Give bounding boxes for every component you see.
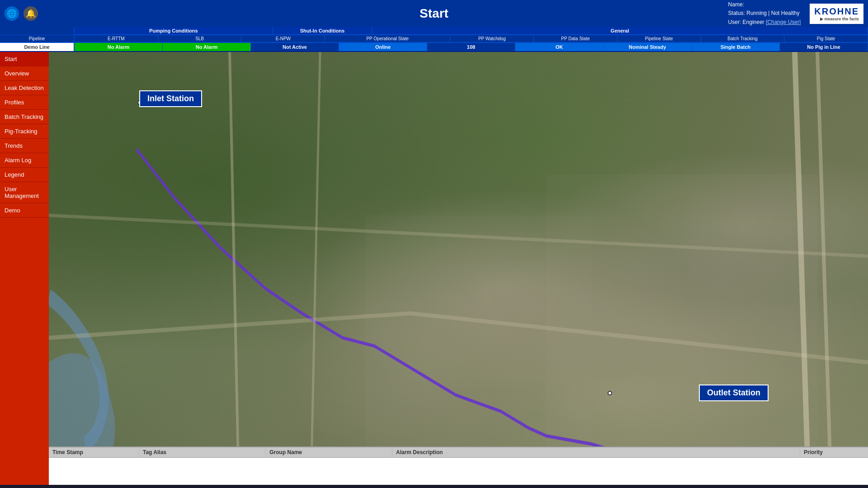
general-header: General: [372, 27, 868, 35]
alarm-body: [49, 458, 868, 485]
outlet-dot: [608, 391, 612, 395]
outlet-station-label[interactable]: Outlet Station: [699, 385, 769, 401]
sidebar-item-batch-tracking[interactable]: Batch Tracking: [0, 110, 49, 124]
main-area: Start Overview Leak Detection Profiles B…: [0, 52, 868, 485]
shutin-conditions-header: Shut-In Conditions: [273, 27, 372, 35]
header-right: Name: Status: Running | Not Healthy User…: [728, 0, 863, 27]
demo-pp-watchdog: 108: [427, 43, 515, 51]
alarm-col-priority: Priority: [800, 447, 868, 457]
pumping-conditions-header: Pumping Conditions: [75, 27, 273, 35]
demo-batch-tracking: Single Batch: [692, 43, 780, 51]
alarm-header: Time Stamp Tag Alias Group Name Alarm De…: [49, 446, 868, 458]
alarm-col-timestamp: Time Stamp: [49, 447, 139, 457]
krohne-tagline: ▶ measure the facts: [820, 17, 859, 21]
globe-icon[interactable]: 🌐: [5, 6, 19, 21]
demo-pig-state: No Pig in Line: [780, 43, 868, 51]
demo-erttm: No Alarm: [75, 43, 163, 51]
pp-data-state-col: PP Data State: [534, 35, 618, 42]
user-label: User: Engineer: [728, 19, 764, 25]
erttm-col: E-RTTM: [75, 35, 158, 42]
bell-icon[interactable]: 🔔: [24, 6, 38, 21]
change-user-link[interactable]: [Change User]: [766, 19, 801, 25]
demo-slb: No Alarm: [163, 43, 251, 51]
sidebar-item-profiles[interactable]: Profiles: [0, 95, 49, 110]
demo-pp-operational: Online: [339, 43, 427, 51]
demo-line-row: Demo Line No Alarm No Alarm Not Active O…: [0, 42, 868, 51]
inlet-station-label[interactable]: Inlet Station: [139, 90, 202, 107]
map-area[interactable]: Inlet Station Outlet Station Google Eart…: [49, 52, 868, 485]
alarm-table: Time Stamp Tag Alias Group Name Alarm De…: [49, 446, 868, 485]
sidebar-item-leak-detection[interactable]: Leak Detection: [0, 81, 49, 95]
demo-pipeline-state: Nominal Steady: [604, 43, 692, 51]
krohne-name: KROHNE: [814, 6, 859, 17]
sidebar-item-alarm-log[interactable]: Alarm Log: [0, 153, 49, 168]
header: 🌐 🔔 Start Name: Status: Running | Not He…: [0, 0, 868, 27]
pipeline-col: Pipeline: [0, 35, 75, 42]
svg-rect-1: [546, 174, 817, 460]
header-info: Name: Status: Running | Not Healthy User…: [728, 0, 801, 27]
demo-line-label: Demo Line: [0, 43, 75, 51]
alarm-col-tagalias: Tag Alias: [139, 447, 266, 457]
sidebar-item-start[interactable]: Start: [0, 52, 49, 66]
sidebar-item-pig-tracking[interactable]: Pig-Tracking: [0, 124, 49, 139]
status-label: Status:: [728, 10, 745, 16]
enpw-col: E-NPW: [241, 35, 325, 42]
batch-tracking-col: Batch Tracking: [701, 35, 785, 42]
sidebar-item-trends[interactable]: Trends: [0, 139, 49, 153]
alarm-col-alarmdesc: Alarm Description: [392, 447, 800, 457]
pig-state-col: Pig State: [784, 35, 868, 42]
sidebar-item-legend[interactable]: Legend: [0, 168, 49, 182]
full-status-bar: Pumping Conditions Shut-In Conditions Ge…: [0, 27, 868, 52]
pipeline-state-col: Pipeline State: [618, 35, 701, 42]
krohne-logo: KROHNE ▶ measure the facts: [810, 4, 863, 24]
demo-pp-data-state: OK: [515, 43, 604, 51]
alarm-col-groupname: Group Name: [266, 447, 392, 457]
header-left: 🌐 🔔: [5, 6, 38, 21]
sidebar-item-user-management[interactable]: User Management: [0, 182, 49, 203]
sidebar: Start Overview Leak Detection Profiles B…: [0, 52, 49, 485]
status-value: Running | Not Healthy: [746, 10, 799, 16]
slb-col: SLB: [158, 35, 242, 42]
map-svg: [49, 52, 868, 485]
page-title: Start: [420, 6, 448, 21]
pp-watchdog-col: PP Watchdog: [450, 35, 534, 42]
name-label: Name:: [728, 1, 744, 8]
pp-operational-col: PP Operational State: [325, 35, 450, 42]
sidebar-item-overview[interactable]: Overview: [0, 66, 49, 81]
sidebar-item-demo[interactable]: Demo: [0, 203, 49, 218]
demo-enpw: Not Active: [251, 43, 339, 51]
